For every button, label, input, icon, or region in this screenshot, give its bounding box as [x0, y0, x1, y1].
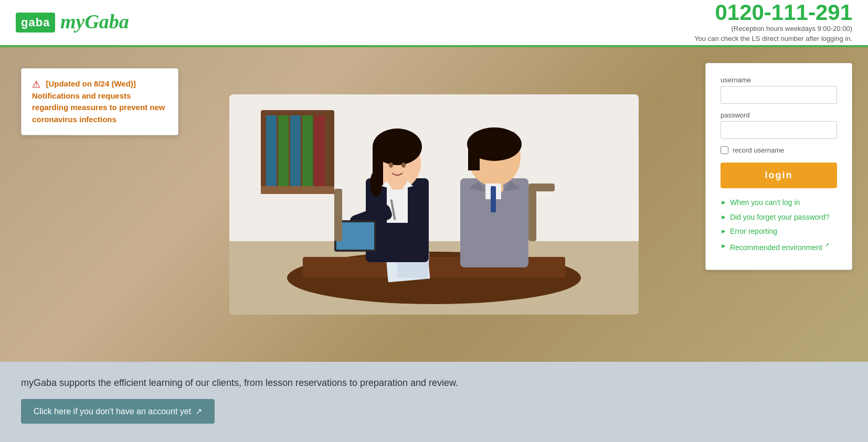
help-link-item-cant-login: ► When you can't log in [721, 198, 837, 208]
phone-sub1: (Reception hours weekdays 9:00-20:00) [694, 24, 852, 34]
phone-sub2: You can check the LS direct number after… [694, 34, 852, 44]
arrow-icon-recommended: ► [721, 242, 727, 250]
logo-area: gaba myGaba [16, 7, 165, 38]
gaba-logo: gaba [16, 13, 55, 33]
help-link-item-forgot: ► Did you forget your password? [721, 212, 837, 223]
arrow-icon-cant-login: ► [721, 199, 727, 206]
alert-icon: ⚠ [32, 79, 40, 90]
username-input[interactable] [721, 86, 837, 104]
notification-text: [Updated on 8/24 (Wed)] Notifications an… [32, 79, 165, 124]
footer-tagline: myGaba supports the efficient learning o… [21, 378, 847, 389]
svg-rect-39 [528, 184, 536, 241]
signup-button-label: Click here if you don't have an account … [34, 407, 191, 416]
remember-label: record username [733, 146, 784, 154]
footer-area: myGaba supports the efficient learning o… [0, 362, 868, 442]
remember-checkbox[interactable] [721, 146, 728, 154]
external-link-icon: ↗ [824, 242, 829, 248]
svg-rect-5 [266, 115, 277, 189]
login-box: username password record username login … [705, 63, 852, 270]
phone-info: 0120-111-291 (Reception hours weekdays 9… [694, 2, 852, 44]
remember-row: record username [721, 146, 837, 154]
error-reporting-link[interactable]: Error reporting [730, 227, 777, 237]
svg-rect-37 [491, 186, 496, 212]
phone-number: 0120-111-291 [694, 2, 852, 24]
svg-rect-6 [278, 115, 289, 189]
notification-box: ⚠ [Updated on 8/24 (Wed)] Notifications … [21, 68, 178, 135]
recommended-env-link[interactable]: Recommended environment ↗ [730, 241, 829, 253]
help-links: ► When you can't log in ► Did you forget… [721, 198, 837, 253]
svg-point-22 [401, 163, 406, 168]
svg-point-21 [389, 163, 393, 168]
svg-text:myGaba: myGaba [60, 10, 129, 33]
help-link-item-recommended: ► Recommended environment ↗ [721, 241, 837, 253]
arrow-icon-error: ► [721, 228, 727, 235]
hero-image [229, 94, 639, 315]
password-input[interactable] [721, 121, 837, 139]
mygaba-logo: myGaba [60, 7, 165, 38]
svg-rect-32 [468, 144, 480, 170]
password-label: password [721, 111, 837, 119]
signup-button[interactable]: Click here if you don't have an account … [21, 399, 215, 424]
svg-rect-7 [290, 115, 301, 189]
username-label: username [721, 76, 837, 84]
svg-point-20 [370, 170, 383, 197]
svg-rect-40 [534, 184, 555, 191]
main-content: ⚠ [Updated on 8/24 (Wed)] Notifications … [0, 47, 868, 362]
svg-rect-8 [302, 115, 313, 189]
scene-illustration [229, 94, 639, 315]
svg-rect-10 [261, 186, 334, 194]
cant-login-link[interactable]: When you can't log in [730, 198, 800, 208]
svg-rect-9 [314, 115, 325, 189]
login-button[interactable]: login [721, 163, 837, 188]
help-link-item-error: ► Error reporting [721, 227, 837, 237]
svg-rect-38 [334, 189, 342, 241]
external-link-icon-signup: ↗ [195, 406, 202, 416]
page-header: gaba myGaba 0120-111-291 (Reception hour… [0, 0, 868, 47]
mygaba-wordmark-svg: myGaba [60, 7, 165, 34]
forgot-password-link[interactable]: Did you forget your password? [730, 212, 830, 223]
arrow-icon-forgot: ► [721, 213, 727, 221]
